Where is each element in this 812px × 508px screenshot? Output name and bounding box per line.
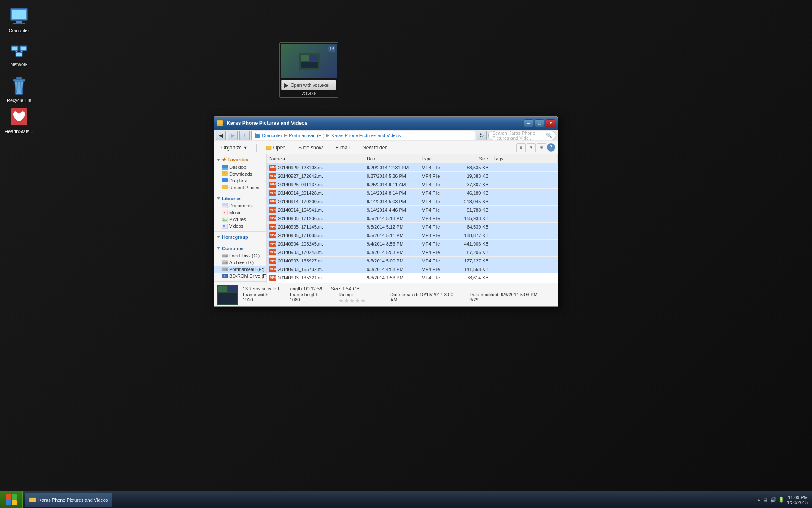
recent-sidebar-icon <box>222 185 228 190</box>
file-cell-name: MP4 20140914_164541.m... <box>267 207 364 213</box>
sidebar-item-recent-places[interactable]: Recent Places <box>214 184 266 191</box>
svg-text:♪: ♪ <box>223 211 225 215</box>
svg-rect-21 <box>309 55 318 61</box>
search-box[interactable]: Search Karas Phone Pictures and Vide... … <box>488 131 556 140</box>
view-buttons: ≡ ▼ ⊞ ? <box>516 143 555 152</box>
col-header-size[interactable]: Size <box>453 154 491 163</box>
file-row[interactable]: MP4 20140925_091137.m... 9/25/2014 9:11 … <box>267 180 558 189</box>
libraries-header[interactable]: Libraries <box>214 195 266 202</box>
col-header-type[interactable]: Type <box>419 154 453 163</box>
computer-sidebar-expand-icon <box>217 246 221 251</box>
status-size: Size: 1.54 GB <box>331 286 359 291</box>
vcs-open-button[interactable]: ▶ Open with vcs.exe <box>281 80 336 90</box>
file-row[interactable]: MP4 20140914_201428.m... 9/14/2014 8:14 … <box>267 189 558 197</box>
desktop-icon-hearthstats[interactable]: HearthStats... <box>2 105 36 135</box>
svg-rect-57 <box>222 267 228 268</box>
maximize-button[interactable]: □ <box>535 119 544 127</box>
status-row-1: 13 items selected Length: 00:12:59 Size:… <box>243 286 554 291</box>
file-row[interactable]: MP4 20140904_205245.m... 9/4/2014 8:56 P… <box>267 240 558 248</box>
file-row[interactable]: MP4 20140905_171236.m... 9/5/2014 5:13 P… <box>267 214 558 223</box>
file-cell-name: MP4 20140904_205245.m... <box>267 241 364 247</box>
file-cell-size: 138,877 KB <box>453 233 491 238</box>
file-list: Name ▲ Date Type Size Tags MP4 20140929_… <box>267 154 558 283</box>
svg-line-10 <box>15 51 19 52</box>
sidebar-item-pictures[interactable]: Pictures <box>214 216 266 223</box>
file-row[interactable]: MP4 20140903_073608.m... 9/3/2014 7:37 A… <box>267 282 558 283</box>
file-cell-date: 9/5/2014 5:13 PM <box>364 216 419 221</box>
open-button[interactable]: Open <box>261 144 290 152</box>
file-row[interactable]: MP4 20140903_170243.m... 9/3/2014 5:03 P… <box>267 248 558 257</box>
desktop-icon-recycle-bin[interactable]: Recycle Bin <box>2 74 36 105</box>
breadcrumb[interactable]: Computer ▶ Portmanteau (E:) ▶ Karas Phon… <box>251 131 475 140</box>
homegroup-expand-icon <box>217 235 221 239</box>
sidebar-item-bdrom-f[interactable]: BD-ROM Drive (F: <box>214 273 266 279</box>
file-cell-date: 9/5/2014 5:12 PM <box>364 224 419 229</box>
file-row[interactable]: MP4 20140903_135221.m... 9/3/2014 1:53 P… <box>267 273 558 282</box>
slideshow-button[interactable]: Slide show <box>294 144 327 152</box>
status-info: 13 items selected Length: 00:12:59 Size:… <box>243 286 554 304</box>
status-rating: Rating: ★★★★★ <box>338 292 382 304</box>
tray-sound-icon[interactable]: 🔊 <box>770 497 776 503</box>
file-cell-date: 9/27/2014 5:26 PM <box>364 174 419 179</box>
file-cell-size: 213,045 KB <box>453 199 491 204</box>
organize-button[interactable]: Organize ▼ <box>217 144 252 152</box>
file-row[interactable]: MP4 20140914_170200.m... 9/14/2014 5:03 … <box>267 197 558 206</box>
col-header-tags[interactable]: Tags <box>491 154 558 163</box>
file-row[interactable]: MP4 20140929_123103.m... 9/29/2014 12:31… <box>267 163 558 172</box>
back-button[interactable]: ◀ <box>216 131 226 140</box>
homegroup-header[interactable]: Homegroup <box>214 233 266 241</box>
minimize-button[interactable]: ─ <box>524 119 533 127</box>
file-cell-size: 91,788 KB <box>453 207 491 213</box>
breadcrumb-karas[interactable]: Karas Phone Pictures and Videos <box>331 133 401 138</box>
windows-logo <box>5 494 17 506</box>
sidebar-item-desktop[interactable]: Desktop <box>214 164 266 171</box>
file-cell-date: 9/14/2014 4:46 PM <box>364 207 419 213</box>
col-header-date[interactable]: Date <box>364 154 419 163</box>
start-button[interactable] <box>0 491 23 508</box>
sidebar-item-music[interactable]: ♪ Music <box>214 209 266 216</box>
close-button[interactable]: ✕ <box>546 119 555 127</box>
col-header-name[interactable]: Name ▲ <box>267 154 364 163</box>
file-cell-size: 37,807 KB <box>453 182 491 187</box>
breadcrumb-computer[interactable]: Computer <box>262 133 282 138</box>
file-row[interactable]: MP4 20140914_164541.m... 9/14/2014 4:46 … <box>267 206 558 214</box>
breadcrumb-portmanteau[interactable]: Portmanteau (E:) <box>289 133 324 138</box>
search-placeholder: Search Karas Phone Pictures and Vide... <box>492 130 546 141</box>
sidebar-item-downloads[interactable]: Downloads <box>214 171 266 177</box>
file-row[interactable]: MP4 20140903_165732.m... 9/3/2014 4:58 P… <box>267 265 558 273</box>
view-large-icons-button[interactable]: ⊞ <box>537 143 546 152</box>
file-row[interactable]: MP4 20140905_171035.m... 9/5/2014 5:11 P… <box>267 231 558 240</box>
sidebar-item-portmanteau-e[interactable]: Portmanteau (E:) <box>214 266 266 273</box>
refresh-button[interactable]: ↻ <box>477 131 487 140</box>
file-row[interactable]: MP4 20140903_165927.m... 9/3/2014 5:00 P… <box>267 257 558 265</box>
forward-button[interactable]: ▶ <box>228 131 238 140</box>
file-row[interactable]: MP4 20140905_171145.m... 9/5/2014 5:12 P… <box>267 223 558 231</box>
sidebar-item-archive-d[interactable]: Archive (D:) <box>214 259 266 266</box>
sidebar-item-local-disk-c[interactable]: Local Disk (C:) <box>214 252 266 259</box>
svg-rect-31 <box>222 168 228 170</box>
svg-rect-54 <box>222 260 228 262</box>
view-details-button[interactable]: ≡ <box>516 143 526 152</box>
tray-show-hidden[interactable]: ▲ <box>757 497 761 502</box>
sidebar-item-videos[interactable]: Videos <box>214 223 266 229</box>
view-dropdown-button[interactable]: ▼ <box>527 143 536 152</box>
up-button[interactable]: ↑ <box>239 131 250 140</box>
help-button[interactable]: ? <box>547 143 555 152</box>
sidebar-item-documents[interactable]: Documents <box>214 202 266 209</box>
favorites-header[interactable]: ★ Favorites <box>214 156 266 164</box>
file-row[interactable]: MP4 20140927_172642.m... 9/27/2014 5:26 … <box>267 172 558 180</box>
disk-d-icon <box>222 260 228 265</box>
sidebar: ★ Favorites Desktop Downloads <box>214 154 267 283</box>
sidebar-item-dropbox[interactable]: Dropbox <box>214 177 266 184</box>
svg-line-11 <box>19 51 23 52</box>
rating-stars[interactable]: ★★★★★ <box>338 297 366 304</box>
new-folder-button[interactable]: New folder <box>358 144 391 152</box>
svg-line-15 <box>17 82 17 93</box>
mp4-icon: MP4 <box>269 215 276 221</box>
desktop-icon-network[interactable]: Network <box>2 38 36 69</box>
computer-header[interactable]: Computer <box>214 245 266 252</box>
taskbar-clock[interactable]: 11:09 PM 1/30/2015 <box>787 495 808 505</box>
desktop-icon-computer[interactable]: Computer <box>2 4 36 35</box>
taskbar-explorer-button[interactable]: Karas Phone Pictures and Videos <box>25 493 112 507</box>
email-button[interactable]: E-mail <box>331 144 354 152</box>
